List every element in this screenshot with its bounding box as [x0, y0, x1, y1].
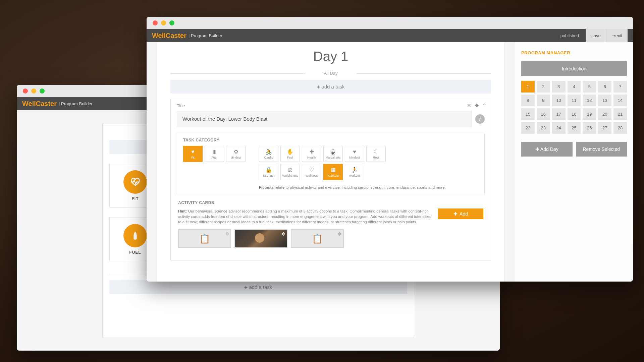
day-cell-20[interactable]: 20	[598, 108, 611, 120]
activity-card-video[interactable]: ✥	[234, 229, 287, 248]
maximize-icon[interactable]	[40, 88, 45, 94]
category-icon: ▦	[331, 167, 336, 173]
day-cell-3[interactable]: 3	[552, 81, 566, 93]
day-cell-21[interactable]: 21	[613, 108, 627, 120]
front-content: Day 1 All Day add a task ✕ ✥ ⌃ Title i	[147, 42, 633, 282]
day-cell-17[interactable]: 17	[552, 108, 566, 120]
day-cell-16[interactable]: 16	[537, 108, 550, 120]
task-editor: ✕ ✥ ⌃ Title i TASK CATEGORY ♥Fit▮Fuel✿Mi…	[170, 99, 491, 260]
day-cell-10[interactable]: 10	[552, 95, 566, 106]
day-cell-4[interactable]: 4	[568, 81, 581, 93]
minimize-icon[interactable]	[161, 20, 166, 25]
category-tile-martial-arts[interactable]: 🥋Martial arts	[323, 146, 343, 162]
day-cell-27[interactable]: 27	[598, 122, 611, 134]
category-tile-mindset[interactable]: ♥Mindset	[345, 146, 364, 162]
activity-cards-panel: ACTIVITY CARDS Hint: Our behavioral scie…	[177, 200, 485, 248]
front-app-header: WellCaster | Program Builder published s…	[147, 29, 633, 42]
day-cell-13[interactable]: 13	[598, 95, 611, 106]
add-task-label: add a task	[321, 84, 344, 89]
brand: WellCaster	[152, 32, 186, 40]
day-cell-11[interactable]: 11	[568, 95, 581, 106]
save-button[interactable]: save	[586, 29, 606, 42]
day-cell-22[interactable]: 22	[521, 122, 535, 134]
title-label: Title	[177, 103, 485, 108]
introduction-button[interactable]: Introduction	[521, 61, 627, 76]
published-status: published	[560, 33, 579, 38]
category-tile-weight-loss[interactable]: ⚖Weight loss	[280, 164, 300, 180]
brand: WellCaster	[22, 100, 57, 108]
day-cell-14[interactable]: 14	[613, 95, 627, 106]
category-label: Rest	[373, 156, 379, 159]
category-description: Fit tasks relate to physical activity an…	[259, 185, 478, 190]
day-cell-2[interactable]: 2	[537, 81, 550, 93]
day-cell-26[interactable]: 26	[583, 122, 596, 134]
category-tile-wellness[interactable]: ♡Wellness	[302, 164, 321, 180]
category-tile-fuel[interactable]: ▮Fuel	[205, 146, 224, 162]
category-icon: ♥	[191, 149, 195, 155]
front-canvas: Day 1 All Day add a task ✕ ✥ ⌃ Title i	[157, 42, 505, 282]
clipboard-icon: 📋	[199, 234, 210, 244]
activity-card-empty[interactable]: 📋 ✥	[178, 229, 231, 248]
day-cell-15[interactable]: 15	[521, 108, 535, 120]
category-tile-health[interactable]: ✚Health	[302, 146, 321, 162]
day-cell-28[interactable]: 28	[613, 122, 627, 134]
category-tile-rest[interactable]: ☾Rest	[366, 146, 386, 162]
category-icon: ⚖	[288, 167, 292, 173]
day-cell-24[interactable]: 24	[552, 122, 566, 134]
close-task-icon[interactable]: ✕	[467, 103, 471, 109]
activity-card-empty[interactable]: 📋 ✥	[291, 229, 344, 248]
day-cell-12[interactable]: 12	[583, 95, 596, 106]
category-icon: ▮	[213, 148, 216, 155]
close-icon[interactable]	[153, 20, 158, 25]
day-cell-18[interactable]: 18	[568, 108, 581, 120]
drag-icon[interactable]: ✥	[225, 231, 229, 237]
day-cell-7[interactable]: 7	[613, 81, 627, 93]
heart-rate-icon	[123, 170, 147, 194]
day-grid: 1234567891011121314151617181920212223242…	[521, 81, 627, 134]
day-cell-25[interactable]: 25	[568, 122, 581, 134]
move-task-icon[interactable]: ✥	[475, 103, 479, 109]
clipboard-icon: 📋	[312, 234, 323, 244]
day-cell-9[interactable]: 9	[537, 95, 550, 106]
category-tile-workout[interactable]: ▦Workout	[323, 164, 343, 180]
task-icon-label: FIT	[132, 196, 139, 201]
day-cell-8[interactable]: 8	[521, 95, 535, 106]
category-left-group: ♥Fit▮Fuel✿Mindset	[183, 146, 246, 190]
front-main: Day 1 All Day add a task ✕ ✥ ⌃ Title i	[147, 42, 515, 282]
category-icon: ✋	[287, 148, 293, 155]
exit-button[interactable]: ⇥ exit	[606, 29, 628, 42]
info-icon[interactable]: i	[475, 114, 485, 124]
drag-icon[interactable]: ✥	[281, 231, 285, 237]
day-cell-5[interactable]: 5	[583, 81, 596, 93]
remove-selected-button[interactable]: Remove Selected	[576, 142, 627, 157]
add-task-button[interactable]: add a task	[170, 80, 491, 94]
day-cell-1[interactable]: 1	[521, 81, 535, 93]
minimize-icon[interactable]	[31, 88, 36, 94]
maximize-icon[interactable]	[169, 20, 174, 25]
close-icon[interactable]	[23, 88, 28, 94]
day-cell-6[interactable]: 6	[598, 81, 611, 93]
drag-icon[interactable]: ✥	[338, 231, 342, 237]
bottle-icon	[123, 224, 147, 247]
front-window: WellCaster | Program Builder published s…	[147, 17, 633, 282]
category-tile-mindset[interactable]: ✿Mindset	[226, 146, 246, 162]
category-icon: ♡	[309, 167, 314, 173]
category-tile-strength[interactable]: 🔒Strength	[259, 164, 278, 180]
category-tile-workout[interactable]: 🏃workout	[345, 164, 364, 180]
collapse-task-icon[interactable]: ⌃	[482, 103, 487, 109]
add-activity-button[interactable]: ✚Add	[438, 208, 483, 219]
category-tile-fuel[interactable]: ✋Fuel	[280, 146, 300, 162]
add-day-button[interactable]: ✚ Add Day	[521, 142, 573, 157]
activity-grid: 📋 ✥ ✥ 📋 ✥	[178, 229, 483, 248]
category-tile-cardio[interactable]: 🚴Cardio	[259, 146, 278, 162]
day-cell-19[interactable]: 19	[583, 108, 596, 120]
task-title-input[interactable]	[177, 111, 472, 127]
task-category-label: TASK CATEGORY	[183, 138, 478, 142]
day-cell-23[interactable]: 23	[537, 122, 550, 134]
category-tile-fit[interactable]: ♥Fit	[183, 146, 203, 162]
category-icon: 🚴	[265, 148, 272, 155]
category-icon: ✚	[310, 148, 314, 155]
add-task-button[interactable]: add a task	[109, 280, 407, 294]
category-icon: 🔒	[265, 167, 272, 173]
category-label: Martial arts	[326, 156, 341, 159]
